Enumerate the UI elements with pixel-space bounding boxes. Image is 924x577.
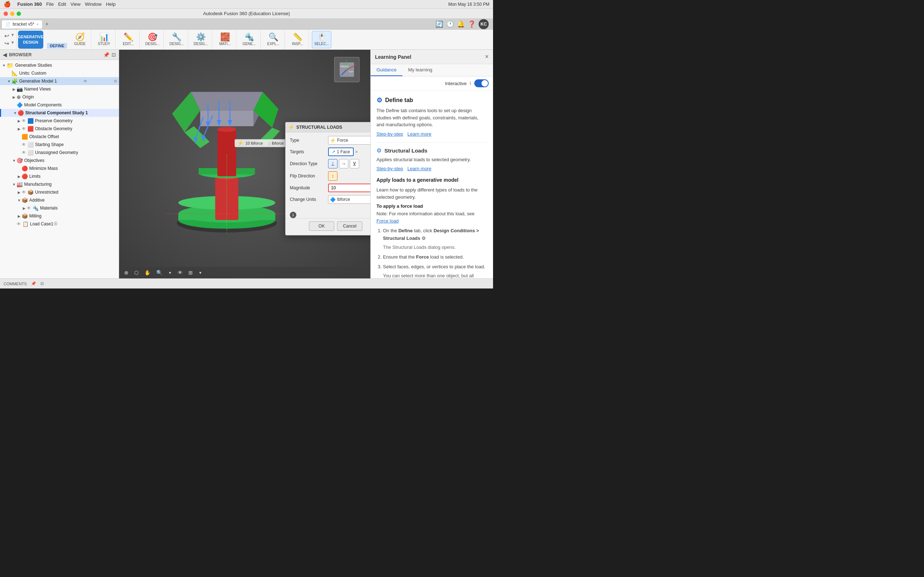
tree-item-gen-model[interactable]: ▼ 🧩 Generative Model 1 👁 ⚙ [0,77,119,85]
tree-arrow-unrestricted: ▶ [16,190,22,194]
tab-bracket[interactable]: 📄 bracket v5* × [2,20,43,29]
units-select-control[interactable]: 🔷 lbforce ▼ [328,195,370,204]
lp-force-load-link[interactable]: Force load [376,218,399,224]
tree-item-milling[interactable]: ▶ 📦 Milling [0,212,119,220]
edit-button[interactable]: ✏️ EDIT... [118,31,138,48]
lp-learn-more-link[interactable]: Learn more [407,131,431,137]
zoom-dropdown-button[interactable]: ▼ [167,271,173,275]
sync-icon[interactable]: 🔄 [435,20,443,28]
app-name-label: Fusion 360 [17,2,42,7]
tree-item-struct-comp[interactable]: ▼ 🔴 Structural Component Study 1 [0,109,119,117]
vp-btn-2[interactable]: ⬡ [133,270,140,276]
browser-pin-icon[interactable]: 📌 [103,52,109,58]
tree-item-obstacle-off[interactable]: 🟧 Obstacle Offset [0,133,119,141]
pan-button[interactable]: ✋ [143,270,152,276]
tree-icon-struct-comp: 🔴 [18,110,24,116]
tab-add-button[interactable]: + [43,21,50,28]
ok-button[interactable]: OK [309,221,334,231]
dir-btn-component[interactable]: ⊻ [350,159,359,168]
menu-edit[interactable]: Edit [58,2,66,7]
tab-close-icon[interactable]: × [36,23,39,26]
define-tab-label[interactable]: DEFINE [47,43,67,49]
lp-define-tab-section: ⚙ Define tab [376,96,487,104]
view-button[interactable]: 👁 [176,270,184,276]
lp-step3-text: Select faces, edges, or vertices to plac… [383,264,485,269]
status-resize-icon[interactable]: ⊡ [40,281,44,286]
tree-item-limits[interactable]: ▶ 🔴 Limits [0,172,119,180]
lp-tab-mylearning[interactable]: My learning [402,64,438,76]
lp-structural-learn-more-link[interactable]: Learn more [407,166,431,171]
generative-design-button[interactable]: GENERATIVE DESIGN [18,31,43,49]
learning-panel-close-button[interactable]: × [485,53,489,61]
gene-button[interactable]: 🔩 GENE... [239,31,259,48]
design1-button[interactable]: 🎯 DESIG... [142,31,162,48]
browser-resize-icon[interactable]: ⊡ [111,52,116,58]
study-button[interactable]: 📊 STUDY [94,31,114,48]
tree-item-unrestricted[interactable]: ▶ 👁 📦 Unrestricted [0,188,119,196]
display-dropdown-button[interactable]: ▼ [197,271,204,275]
help-icon[interactable]: ❓ [468,20,476,28]
tree-item-minimize-mass[interactable]: 🔴 Minimize Mass [0,164,119,172]
comments-label: COMMENTS [3,282,27,286]
tree-item-named-views[interactable]: ▶ 📷 Named Views [0,85,119,93]
lp-toggle-info-icon[interactable]: ℹ [470,81,472,86]
magnitude-input[interactable] [328,184,370,192]
redo-button[interactable]: ↪ [4,40,9,47]
tree-item-preserve-geo[interactable]: ▶ 👁 🟦 Preserve Geometry [0,117,119,125]
lp-structural-icon: ⚙ [376,147,381,154]
cancel-button[interactable]: Cancel [337,221,362,231]
status-pin-icon[interactable]: 📌 [31,281,36,286]
tree-item-units[interactable]: 📐 Units: Custom [0,69,119,77]
menu-view[interactable]: View [70,2,81,7]
lp-step-by-step-link[interactable]: Step-by-step [376,131,403,137]
lp-section-desc: The Define tab contains tools to set up … [376,107,487,128]
lp-structural-step-by-step-link[interactable]: Step-by-step [376,166,403,171]
redo-dropdown-button[interactable]: ▼ [10,40,15,47]
tree-item-gen-studies[interactable]: ▼ 📁 Generative Studies [0,61,119,69]
target-clear-button[interactable]: × [355,149,358,155]
type-select[interactable]: ⚡ Force ▼ [328,136,370,145]
menu-help[interactable]: Help [106,2,115,7]
viewport[interactable]: ⚡ 10 lbforce | lbforce X Y Z FRONT TOP [119,50,370,279]
insp-button[interactable]: 📏 INSP... [288,31,307,48]
guide-button[interactable]: 🧭 GUIDE [70,31,89,48]
snap-button[interactable]: ⊕ [123,270,130,276]
tree-item-manufacturing[interactable]: ▼ 🏭 Manufacturing [0,180,119,188]
mati-button[interactable]: 🧱 MATI... [215,31,234,48]
dir-btn-vector[interactable]: → [339,159,348,168]
dialog-info-button[interactable]: i [290,212,296,218]
structural-loads-dialog: ⚡ STRUCTURAL LOADS ⊞ 📌 Type ⚡ Force [285,122,370,235]
tree-item-objectives[interactable]: ▼ 🎯 Objectives [0,156,119,164]
tree-item-unassigned-geo[interactable]: 👁 ⬜ Unassigned Geometry [0,148,119,156]
tree-item-origin[interactable]: ▶ ⊕ Origin [0,93,119,101]
flip-direction-button[interactable]: ↕ [328,171,338,181]
maximize-button[interactable] [16,11,21,16]
lp-interactive-toggle[interactable] [474,79,489,87]
menu-window[interactable]: Window [85,2,102,7]
tree-item-additive[interactable]: ▼ 📦 Additive [0,196,119,204]
menu-file[interactable]: File [46,2,54,7]
expl-button[interactable]: 🔍 EXPL... [263,31,283,48]
bell-icon[interactable]: 🔔 [457,20,465,28]
tree-item-load-case[interactable]: 👁 📋 Load Case1 ⦿ [0,220,119,228]
dir-btn-normal[interactable]: ⊥ [328,159,338,168]
user-avatar[interactable]: KC [478,19,489,29]
minimize-button[interactable] [10,11,15,16]
lp-tab-guidance[interactable]: Guidance [371,64,402,76]
sele-button[interactable]: 🖱️ SELEC... [312,31,331,48]
display-button[interactable]: ⊞ [187,270,194,276]
undo-button[interactable]: ↩ [4,32,9,39]
tree-item-materials[interactable]: ▶ 👁 🔩 Materials [0,204,119,212]
close-button[interactable] [3,11,8,16]
tree-item-obstacle-geo[interactable]: ▶ 👁 🟥 Obstacle Geometry [0,125,119,133]
tree-item-starting-shape[interactable]: 👁 ⬜ Starting Shape [0,141,119,148]
lp-section-links: Step-by-step Learn more [376,131,487,137]
zoom-button[interactable]: 🔍 [155,270,164,276]
clock-icon[interactable]: 🕐 [446,20,454,28]
undo-dropdown-button[interactable]: ▼ [10,32,15,39]
tree-item-model-comp[interactable]: 🔷 Model Components [0,101,119,109]
design2-button[interactable]: 🔧 DESIG... [167,31,186,48]
browser-collapse-icon[interactable]: ◀ [3,52,7,58]
targets-select-button[interactable]: ↗ 1 Face [328,148,354,156]
design3-button[interactable]: ⚙️ DESIG... [191,31,210,48]
